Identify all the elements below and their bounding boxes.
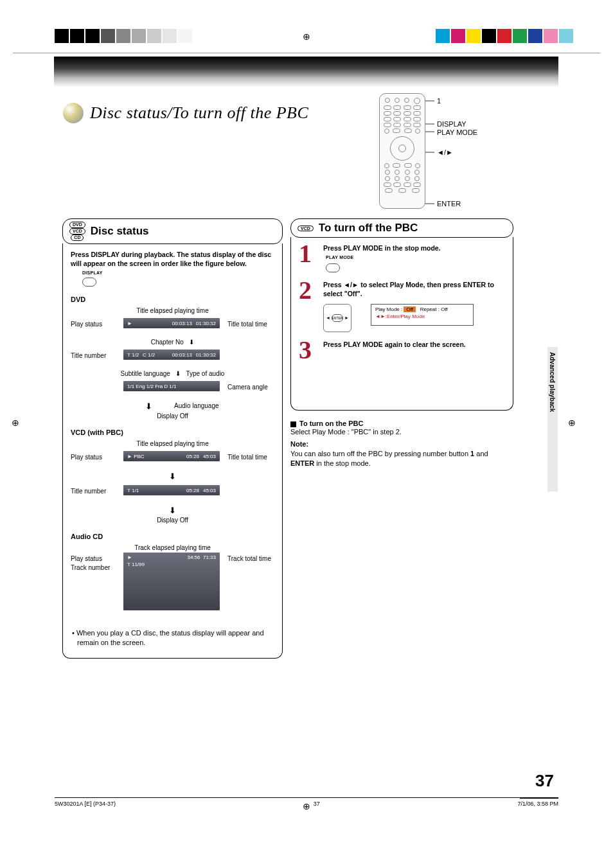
page-title-row: Disc status/To turn off the PBC	[63, 103, 308, 123]
repeat-label: Repeat : Off	[420, 306, 448, 312]
osd-play-pbc: ► PBC	[127, 454, 145, 459]
registration-mark-icon: ⊕	[12, 418, 19, 428]
header-gradient	[54, 57, 558, 87]
playmode-button-icon: PLAY MODE	[326, 255, 505, 272]
section-header: DVD VCD CD Disc status	[62, 218, 283, 244]
footer-center: 37	[314, 801, 320, 807]
section-tab: Advanced playback	[547, 347, 558, 492]
hairline-rule	[13, 53, 600, 53]
play-icon: ►	[127, 321, 132, 326]
display-button-icon: DISPLAY	[82, 270, 274, 287]
note-body: You can also turn off the PBC by pressin…	[290, 449, 513, 468]
reg-swatches-right	[436, 29, 574, 43]
remote-label-arrows: ◄/►	[437, 148, 453, 156]
mode-label: Play Mode :	[375, 306, 402, 312]
osd-time-elapsed: 05:28	[186, 454, 199, 459]
step-number: 1	[299, 244, 317, 272]
lead-in-text: Press DISPLAY during playback. The statu…	[71, 250, 274, 268]
disc-status-section: DVD VCD CD Disc status Press DISPLAY dur…	[62, 218, 283, 659]
osd-time-total: 45:03	[203, 488, 216, 493]
step-number: 2	[299, 280, 317, 332]
section-tab-label: Advanced playback	[549, 352, 556, 412]
step-2: 2 Press ◄/► to select Play Mode, then pr…	[299, 280, 505, 332]
osd-chapter-frac: C 1/2	[143, 352, 155, 358]
reg-swatches-left	[55, 29, 193, 43]
anno-title-total: Title total time	[227, 454, 267, 461]
osd-time-total: 71:33	[203, 554, 216, 560]
anno-play-status: Play status	[71, 321, 102, 328]
osd-lang-info: 1/1 Eng 1/2 Fra D 1/1	[127, 384, 177, 389]
manual-page: { "page_title": "Disc status/To turn off…	[0, 0, 613, 868]
cd-heading: Audio CD	[71, 533, 274, 540]
osd-time-elapsed: 05:28	[186, 488, 199, 493]
dvd-heading: DVD	[71, 296, 274, 303]
anno-subtitle-audio: Subtitle language ⬇ Type of audio	[71, 370, 274, 377]
osd-bar: 1/1 Eng 1/2 Fra D 1/1	[123, 381, 220, 391]
mode-hint: ◄►:Enter/Play Mode	[375, 314, 469, 319]
anno-audio-language: Audio language	[174, 402, 219, 409]
play-icon: ►	[127, 554, 132, 560]
mode-value-off: Off	[404, 306, 416, 312]
badge-cd: CD	[71, 235, 84, 241]
page-number: 37	[535, 771, 554, 791]
turn-on-pbc-heading: To turn on the PBC	[290, 420, 513, 427]
step-3: 3 Press PLAY MODE again to clear the scr…	[299, 340, 505, 360]
anno-track-total: Track total time	[227, 555, 271, 562]
sphere-icon	[63, 103, 84, 123]
anno-title-elapsed: Title elapsed playing time	[71, 440, 274, 447]
playmode-button-label: PLAY MODE	[326, 255, 505, 260]
step-1: 1 Press PLAY MODE in the stop mode. PLAY…	[299, 244, 505, 272]
anno-title-number: Title number	[71, 488, 106, 495]
registration-mark-icon: ⊕	[303, 801, 310, 811]
osd-row-1: Play status ► 00:03:13 01:30:32 Title to…	[71, 315, 274, 337]
osd-time-total: 01:30:32	[196, 352, 216, 358]
osd-row-3: 1/1 Eng 1/2 Fra D 1/1 Camera angle	[71, 378, 274, 400]
note-heading: Note:	[290, 439, 513, 449]
osd-track-frac: T 11/99	[127, 562, 145, 567]
osd-bar: ► 00:03:13 01:30:32	[123, 318, 220, 328]
disc-status-body: Press DISPLAY during playback. The statu…	[62, 244, 283, 659]
anno-play-status: Play status	[71, 555, 102, 562]
footer-right: 7/1/06, 3:58 PM	[517, 801, 558, 807]
osd-bar: T 1/2 C 1/2 00:03:13 01:30:32	[123, 350, 220, 360]
enter-pad-icon: ◄ ENTER ►	[323, 304, 351, 332]
remote-label-display: DISPLAY	[437, 120, 466, 128]
vcd-heading: VCD (with PBC)	[71, 429, 274, 436]
section-title: Disc status	[91, 225, 149, 238]
display-button-label: DISPLAY	[82, 270, 274, 275]
pbc-body: 1 Press PLAY MODE in the stop mode. PLAY…	[290, 237, 513, 411]
osd-playmode-box: Play Mode : Off Repeat : Off ◄►:Enter/Pl…	[371, 304, 474, 326]
osd-box: ► 34:56 71:33 T 11/99	[123, 553, 220, 610]
osd-time-elapsed: 00:03:13	[172, 321, 192, 326]
anno-play-status: Play status	[71, 454, 102, 461]
registration-mark-icon: ⊕	[568, 418, 576, 428]
dpad-icon	[390, 136, 414, 161]
osd-row: Play status ► PBC 05:28 45:03 Title tota…	[71, 448, 274, 470]
osd-title-frac: T 1/2	[127, 352, 139, 358]
osd-cd-block: Play status Track number ► 34:56 71:33 T…	[71, 553, 274, 590]
footer-left: 5W30201A [E] (P34-37)	[55, 801, 116, 807]
anno-title-number: Title number	[71, 352, 106, 359]
anno-camera-angle: Camera angle	[227, 384, 268, 391]
remote-label-playmode: PLAY MODE	[437, 128, 477, 136]
osd-bar: ► PBC 05:28 45:03	[123, 451, 220, 461]
pbc-section: VCD To turn off the PBC 1 Press PLAY MOD…	[290, 218, 513, 468]
remote-label-1: 1	[437, 97, 441, 105]
anno-title-total: Title total time	[227, 321, 267, 328]
badge-vcd: VCD	[298, 226, 314, 231]
step-1-text: Press PLAY MODE in the stop mode.	[323, 244, 505, 252]
down-arrow-icon: ⬇	[71, 472, 274, 481]
remote-body	[379, 93, 425, 209]
badge-dvd: DVD	[69, 222, 85, 228]
square-bullet-icon	[290, 421, 296, 427]
osd-title-frac: T 1/1	[127, 488, 139, 493]
osd-time-elapsed: 34:56	[187, 554, 200, 560]
section-title: To turn off the PBC	[319, 222, 418, 235]
section-header: VCD To turn off the PBC	[290, 218, 513, 238]
anno-chapter-no: Chapter No ⬇	[71, 339, 274, 346]
anno-track-number: Track number	[71, 564, 110, 571]
disc-type-badges: DVD VCD CD	[69, 222, 85, 241]
display-off-label: Display Off	[71, 517, 274, 524]
osd-time-total: 01:30:32	[196, 321, 216, 326]
osd-time-total: 45:03	[203, 454, 216, 459]
